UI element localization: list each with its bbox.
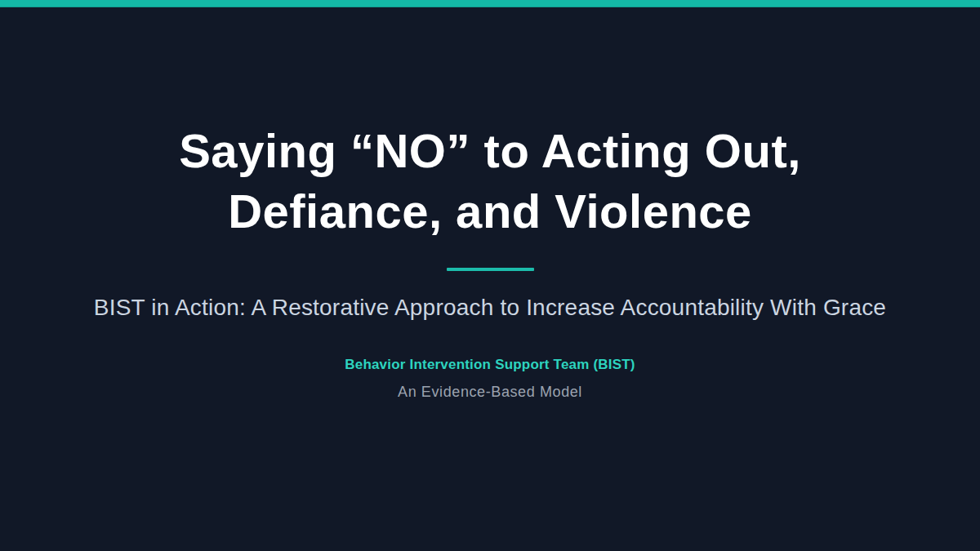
team-label: Behavior Intervention Support Team (BIST… <box>345 357 635 373</box>
slide-title: Saying “NO” to Acting Out, Defiance, and… <box>179 121 801 242</box>
title-slide: Saying “NO” to Acting Out, Defiance, and… <box>0 0 980 551</box>
slide-content: Saying “NO” to Acting Out, Defiance, and… <box>0 0 980 551</box>
title-divider <box>447 268 534 271</box>
slide-title-line1: Saying “NO” to Acting Out, <box>179 121 801 181</box>
tagline: An Evidence-Based Model <box>398 384 582 401</box>
top-accent-bar <box>0 0 980 7</box>
slide-title-line2: Defiance, and Violence <box>179 181 801 242</box>
slide-subtitle: BIST in Action: A Restorative Approach t… <box>94 294 886 321</box>
